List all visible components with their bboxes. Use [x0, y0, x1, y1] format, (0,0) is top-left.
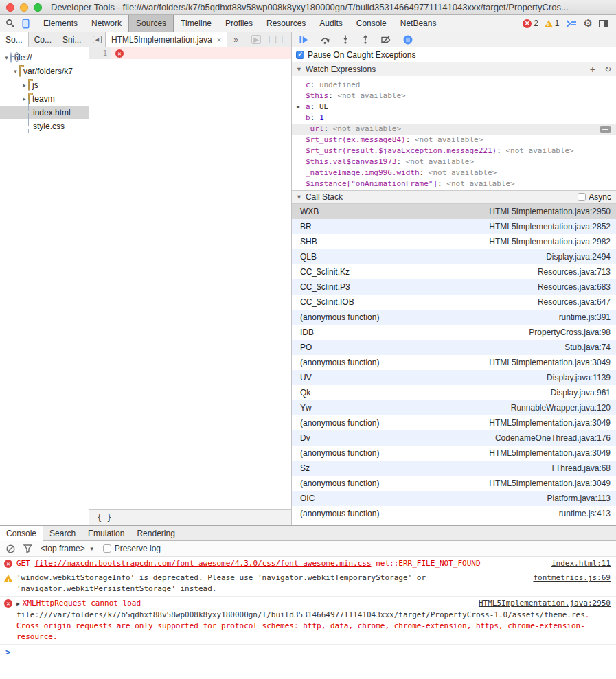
hide-navigator-icon[interactable]: ◀	[89, 32, 106, 47]
watch-expression-row[interactable]: _nativeImage.img996.width: <not availabl…	[292, 168, 616, 179]
console-tab-emulation[interactable]: Emulation	[82, 526, 130, 540]
console-prompt[interactable]: >	[0, 645, 616, 660]
panel-tab-profiles[interactable]: Profiles	[218, 15, 260, 32]
toggle-console-drawer-icon[interactable]	[566, 19, 578, 28]
delete-watch-icon[interactable]	[600, 126, 611, 133]
source-location-link[interactable]: fontmetrics.js:69	[533, 573, 611, 584]
tree-item-style-css[interactable]: style.css	[0, 119, 89, 133]
watch-expressions-header[interactable]: ▼ Watch Expressions + ↻	[292, 62, 616, 76]
panel-tab-timeline[interactable]: Timeline	[174, 15, 218, 32]
disclosure-expanded-icon[interactable]: ▾	[12, 68, 19, 75]
panel-tab-resources[interactable]: Resources	[260, 15, 312, 32]
call-stack-frame[interactable]: (anonymous function)HTML5Implementation.…	[292, 476, 616, 491]
call-stack-frame[interactable]: (anonymous function)HTML5Implementation.…	[292, 355, 616, 370]
message-url-link[interactable]: file://maxcdn.bootstrapcdn.com/font-awes…	[35, 559, 372, 568]
error-count-badge[interactable]: ✕ 2	[523, 19, 538, 28]
call-stack-frame[interactable]: QkDisplay.java:961	[292, 385, 616, 400]
call-stack-frame[interactable]: DvCodenameOneThread.java:176	[292, 430, 616, 446]
source-location-link[interactable]: HTML5Implementation.java:2950	[479, 598, 611, 609]
frame-context-select[interactable]: <top frame> ▼	[41, 544, 95, 553]
watch-expression-row[interactable]: $this.val$canvas1973: <not available>	[292, 157, 616, 168]
call-stack-frame[interactable]: POStub.java:74	[292, 340, 616, 355]
watch-expression-row[interactable]: ▶a: UE	[292, 102, 616, 113]
panel-tab-netbeans[interactable]: NetBeans	[393, 15, 444, 32]
console-tab-rendering[interactable]: Rendering	[130, 526, 181, 540]
call-stack-frame[interactable]: QLBDisplay.java:2494	[292, 249, 616, 264]
pause-on-caught-row[interactable]: Pause On Caught Exceptions	[292, 47, 616, 62]
call-stack-frame[interactable]: WXBHTML5Implementation.java:2950	[292, 204, 616, 219]
navigator-tab[interactable]: Sni...	[57, 32, 87, 47]
code-editor[interactable]: 1 ✕	[89, 47, 291, 509]
deactivate-breakpoints-icon[interactable]	[381, 36, 391, 44]
watch-expression-row[interactable]: c: undefined	[292, 80, 616, 91]
dock-side-icon[interactable]	[599, 20, 608, 27]
preserve-log-control[interactable]: Preserve log	[103, 544, 161, 553]
watch-expression-row[interactable]: $this: <not available>	[292, 91, 616, 102]
call-stack-frame[interactable]: BRHTML5Implementation.java:2852	[292, 219, 616, 234]
inline-error-icon[interactable]: ✕	[115, 49, 124, 58]
call-stack-frame[interactable]: SHBHTML5Implementation.java:2982	[292, 234, 616, 249]
refresh-watch-icon[interactable]: ↻	[604, 65, 611, 74]
console-tab-console[interactable]: Console	[0, 526, 43, 541]
source-location-link[interactable]: index.html:11	[551, 558, 611, 569]
call-stack-frame[interactable]: (anonymous function)HTML5Implementation.…	[292, 415, 616, 430]
pause-on-caught-checkbox[interactable]	[296, 51, 304, 59]
call-stack-frame[interactable]: (anonymous function)runtime.js:391	[292, 310, 616, 325]
resume-script-icon[interactable]	[299, 36, 308, 44]
tree-item-var-folders-k7[interactable]: ▾var/folders/k7	[0, 65, 89, 78]
inspect-element-icon[interactable]	[5, 19, 15, 28]
console-tab-search[interactable]: Search	[43, 526, 82, 540]
call-stack-frame[interactable]: UVDisplay.java:1139	[292, 370, 616, 385]
warning-count-badge[interactable]: 1	[545, 19, 560, 28]
disclosure-expanded-icon[interactable]: ▾	[3, 54, 10, 61]
zoom-window-button[interactable]	[34, 3, 42, 12]
call-stack-frame[interactable]: CC_$clinit.KzResources.java:713	[292, 264, 616, 279]
call-stack-frame[interactable]: CC_$clinit.IOBResources.java:647	[292, 295, 616, 310]
step-out-icon[interactable]	[361, 35, 369, 44]
step-into-icon[interactable]	[341, 35, 350, 44]
watch-expression-row[interactable]: b: 1	[292, 113, 616, 124]
device-mode-icon[interactable]	[22, 19, 30, 29]
call-stack-header[interactable]: ▼ Call Stack Async	[292, 190, 616, 204]
step-over-icon[interactable]	[320, 36, 330, 44]
tab-overflow-icon[interactable]: »	[227, 32, 244, 47]
line-number[interactable]: 1	[89, 47, 111, 59]
tree-item-file-[interactable]: ▾file://	[0, 51, 89, 65]
close-window-button[interactable]	[6, 3, 14, 12]
panel-tab-elements[interactable]: Elements	[36, 15, 84, 32]
tree-item-index-html[interactable]: index.html	[0, 106, 89, 119]
disclosure-collapsed-icon[interactable]: ▸	[21, 82, 28, 89]
panel-tab-audits[interactable]: Audits	[312, 15, 349, 32]
editor-tab[interactable]: HTML5Implementation.java ×	[106, 32, 227, 47]
watch-expression-row[interactable]: _url: <not available>	[292, 124, 616, 135]
expand-arrow-icon[interactable]: ▶	[16, 601, 20, 607]
call-stack-frame[interactable]: (anonymous function)HTML5Implementation.…	[292, 446, 616, 461]
call-stack-frame[interactable]: (anonymous function)runtime.js:413	[292, 506, 616, 521]
add-watch-icon[interactable]: +	[590, 65, 595, 74]
pause-on-exceptions-icon[interactable]	[403, 35, 413, 45]
call-stack-frame[interactable]: CC_$clinit.P3Resources.java:683	[292, 279, 616, 295]
filter-icon[interactable]	[23, 544, 32, 553]
call-stack-frame[interactable]: OICPlatform.java:113	[292, 491, 616, 506]
panel-tab-console[interactable]: Console	[350, 15, 393, 32]
tree-item-teavm[interactable]: ▸teavm	[0, 92, 89, 106]
code-area[interactable]: ✕	[111, 47, 291, 509]
panel-tab-sources[interactable]: Sources	[128, 15, 174, 32]
close-tab-icon[interactable]: ×	[217, 36, 221, 44]
watch-expression-row[interactable]: $instance["onAnimationFrame"]: <not avai…	[292, 179, 616, 189]
preserve-log-checkbox[interactable]	[103, 544, 111, 553]
line-number-gutter[interactable]: 1	[89, 47, 111, 509]
clear-console-icon[interactable]	[6, 544, 15, 553]
watch-expression-row[interactable]: $rt_ustr(ex.message84): <not available>	[292, 135, 616, 146]
run-snippet-icon[interactable]: ▶	[251, 35, 261, 44]
navigator-tab[interactable]: So...	[0, 32, 29, 47]
disclosure-collapsed-icon[interactable]: ▸	[21, 95, 28, 102]
call-stack-frame[interactable]: IDBPropertyCross.java:98	[292, 325, 616, 340]
watch-expression-row[interactable]: $rt_ustr(result.$javaException.message22…	[292, 146, 616, 157]
pretty-print-button[interactable]: { }	[97, 513, 112, 522]
call-stack-frame[interactable]: YwRunnableWrapper.java:120	[292, 400, 616, 415]
expand-arrow-icon[interactable]: ▶	[297, 102, 300, 113]
minimize-window-button[interactable]	[20, 3, 28, 12]
async-checkbox[interactable]	[578, 193, 586, 201]
call-stack-frame[interactable]: SzTThread.java:68	[292, 461, 616, 476]
